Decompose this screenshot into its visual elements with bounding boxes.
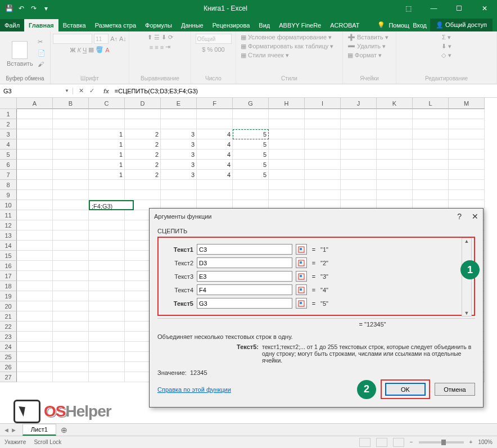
row-header[interactable]: 27 bbox=[0, 372, 17, 382]
row-header[interactable]: 7 bbox=[0, 170, 17, 180]
cell[interactable] bbox=[341, 150, 377, 160]
row-header[interactable]: 11 bbox=[0, 210, 17, 220]
fill-color-icon[interactable]: 🪣 bbox=[96, 46, 103, 53]
arg-input[interactable] bbox=[197, 257, 292, 268]
close-button[interactable]: ✕ bbox=[472, 0, 497, 17]
percent-icon[interactable]: % bbox=[207, 46, 213, 53]
cell[interactable]: 5 bbox=[233, 139, 269, 150]
cell[interactable] bbox=[305, 139, 341, 150]
cell[interactable] bbox=[341, 170, 377, 180]
row-header[interactable]: 1 bbox=[0, 109, 17, 119]
row-header[interactable]: 3 bbox=[0, 129, 17, 139]
font-size-input[interactable] bbox=[94, 34, 109, 44]
cell[interactable] bbox=[269, 139, 305, 150]
cancel-formula-icon[interactable]: ✕ bbox=[79, 87, 84, 94]
row-header[interactable]: 22 bbox=[0, 322, 17, 332]
arg-input[interactable] bbox=[197, 284, 292, 295]
cell[interactable]: 4 bbox=[197, 160, 233, 170]
cell[interactable] bbox=[53, 261, 89, 271]
cell[interactable] bbox=[233, 180, 269, 190]
row-header[interactable]: 9 bbox=[0, 190, 17, 200]
cell[interactable] bbox=[89, 291, 125, 301]
cell[interactable] bbox=[89, 210, 125, 220]
cell[interactable] bbox=[341, 119, 377, 129]
cell[interactable] bbox=[413, 160, 449, 170]
cell[interactable]: 4 bbox=[197, 170, 233, 180]
cell[interactable] bbox=[377, 190, 413, 200]
cell[interactable] bbox=[197, 180, 233, 190]
row-header[interactable]: 5 bbox=[0, 150, 17, 160]
cell[interactable] bbox=[17, 372, 53, 382]
cell[interactable] bbox=[53, 372, 89, 382]
help-text[interactable]: Помощ bbox=[388, 22, 409, 29]
signin-link[interactable]: Вход bbox=[413, 22, 427, 29]
cell[interactable] bbox=[89, 230, 125, 241]
cell[interactable] bbox=[17, 160, 53, 170]
col-header[interactable]: E bbox=[161, 98, 197, 109]
cell[interactable]: 3 bbox=[161, 170, 197, 180]
cell[interactable] bbox=[17, 271, 53, 281]
cell[interactable] bbox=[377, 119, 413, 129]
cell[interactable] bbox=[53, 170, 89, 180]
cell[interactable] bbox=[89, 180, 125, 190]
cell[interactable] bbox=[53, 281, 89, 291]
cell[interactable] bbox=[305, 170, 341, 180]
row-header[interactable]: 12 bbox=[0, 220, 17, 230]
cell[interactable] bbox=[269, 129, 305, 139]
conditional-format-button[interactable]: ▦ Условное форматирование ▾ bbox=[241, 34, 332, 41]
cell[interactable] bbox=[89, 281, 125, 291]
cell[interactable] bbox=[89, 301, 125, 311]
sheet-tab-1[interactable]: Лист1 bbox=[22, 424, 56, 436]
cell[interactable] bbox=[413, 190, 449, 200]
align-center-icon[interactable]: ≡ bbox=[155, 44, 158, 51]
cell[interactable] bbox=[17, 220, 53, 230]
formula-input[interactable]: =СЦЕПИТЬ(C3;D3;E3;F4;G3) bbox=[112, 88, 497, 94]
cell[interactable] bbox=[89, 261, 125, 271]
cell[interactable] bbox=[305, 129, 341, 139]
cell[interactable] bbox=[53, 271, 89, 281]
cell[interactable]: 5 bbox=[233, 129, 269, 139]
underline-button[interactable]: Ч bbox=[83, 47, 87, 53]
increase-font-icon[interactable]: A↑ bbox=[110, 35, 118, 42]
tab-data[interactable]: Данные bbox=[177, 19, 208, 31]
cell[interactable] bbox=[53, 139, 89, 150]
cell[interactable] bbox=[17, 261, 53, 271]
cell[interactable]: 1 bbox=[89, 139, 125, 150]
cell[interactable]: 1 bbox=[89, 170, 125, 180]
cell[interactable] bbox=[377, 170, 413, 180]
cell[interactable] bbox=[53, 109, 89, 119]
cell[interactable] bbox=[341, 180, 377, 190]
cell[interactable] bbox=[305, 160, 341, 170]
view-page-layout-icon[interactable] bbox=[376, 438, 387, 447]
ok-button[interactable]: OK bbox=[385, 383, 426, 396]
cell[interactable] bbox=[161, 109, 197, 119]
cell[interactable]: 5 bbox=[233, 150, 269, 160]
cell[interactable] bbox=[53, 332, 89, 342]
cell[interactable] bbox=[89, 109, 125, 119]
row-header[interactable]: 17 bbox=[0, 271, 17, 281]
cell[interactable] bbox=[341, 139, 377, 150]
row-header[interactable]: 21 bbox=[0, 311, 17, 322]
cell[interactable] bbox=[89, 271, 125, 281]
cell[interactable] bbox=[17, 200, 53, 210]
cell[interactable] bbox=[89, 362, 125, 372]
minimize-button[interactable]: — bbox=[421, 0, 446, 17]
cell[interactable] bbox=[17, 342, 53, 352]
cell[interactable] bbox=[269, 150, 305, 160]
zoom-out-icon[interactable]: − bbox=[410, 439, 413, 445]
tab-abbyy[interactable]: ABBYY FineRe bbox=[274, 19, 326, 31]
cell[interactable] bbox=[449, 190, 485, 200]
cell[interactable] bbox=[377, 150, 413, 160]
cell[interactable] bbox=[305, 190, 341, 200]
cell[interactable] bbox=[17, 119, 53, 129]
cell[interactable] bbox=[377, 109, 413, 119]
cell[interactable] bbox=[89, 332, 125, 342]
col-header[interactable]: B bbox=[53, 98, 89, 109]
cell[interactable] bbox=[17, 291, 53, 301]
decrease-font-icon[interactable]: A↓ bbox=[119, 35, 126, 42]
cell[interactable]: 3 bbox=[161, 129, 197, 139]
cell[interactable] bbox=[53, 160, 89, 170]
align-bottom-icon[interactable]: ⬇ bbox=[161, 34, 166, 41]
cell[interactable] bbox=[17, 322, 53, 332]
cell[interactable]: 4 bbox=[197, 139, 233, 150]
